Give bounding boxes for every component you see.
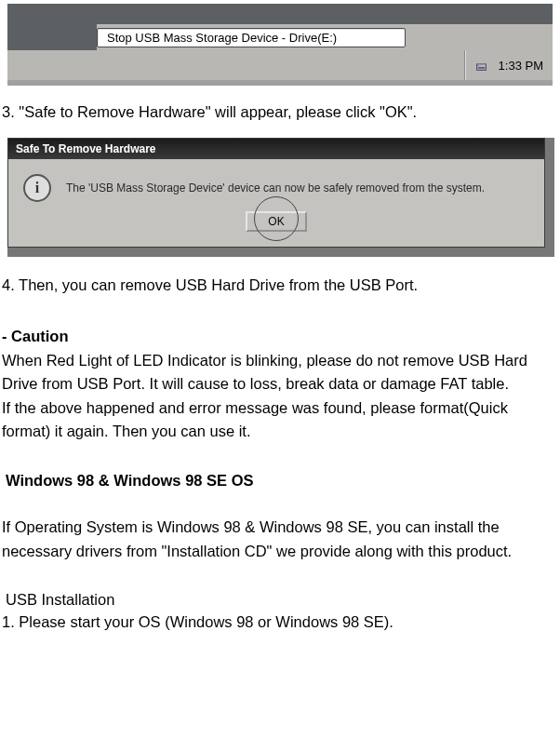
step-3-text: 3. "Safe to Remove Hardware" will appear… [2, 101, 558, 125]
caution-paragraph-2: If the above happened and error message … [2, 396, 558, 444]
taskbar-screenshot: Stop USB Mass Storage Device - Drive(E:)… [7, 4, 553, 86]
info-icon: i [23, 174, 51, 202]
dialog-title: Safe To Remove Hardware [8, 139, 544, 159]
taskbar-spacer [7, 50, 464, 80]
stop-device-label: Stop USB Mass Storage Device - Drive(E:) [107, 31, 337, 45]
stop-device-menu-item[interactable]: Stop USB Mass Storage Device - Drive(E:) [97, 26, 547, 48]
system-tray-row: 🖴 1:33 PM [7, 50, 553, 80]
usb-installation-heading: USB Installation [6, 591, 558, 609]
dialog-message: The 'USB Mass Storage Device' device can… [66, 181, 485, 195]
usb-step-1: 1. Please start your OS (Windows 98 or W… [2, 611, 558, 635]
taskbar-left-gap [7, 24, 97, 50]
dialog-screenshot: Safe To Remove Hardware i The 'USB Mass … [7, 138, 554, 257]
caution-heading: - Caution [2, 325, 558, 349]
taskbar-bg-top [7, 4, 553, 24]
taskbar-row: Stop USB Mass Storage Device - Drive(E:) [7, 24, 553, 50]
dialog-actions: OK [8, 202, 544, 247]
clock-label: 1:33 PM [499, 59, 543, 73]
system-tray: 🖴 1:33 PM [464, 50, 553, 80]
ok-button[interactable]: OK [246, 211, 306, 232]
caution-paragraph-1: When Red Light of LED Indicator is blink… [2, 349, 558, 396]
windows98-heading: Windows 98 & Windows 98 SE OS [6, 472, 558, 490]
safe-remove-dialog: Safe To Remove Hardware i The 'USB Mass … [7, 138, 545, 248]
windows98-paragraph: If Operating System is Windows 98 & Wind… [2, 516, 558, 563]
step-4-text: 4. Then, you can remove USB Hard Drive f… [2, 274, 558, 298]
dialog-body: i The 'USB Mass Storage Device' device c… [8, 159, 544, 202]
safely-remove-icon[interactable]: 🖴 [475, 59, 487, 73]
